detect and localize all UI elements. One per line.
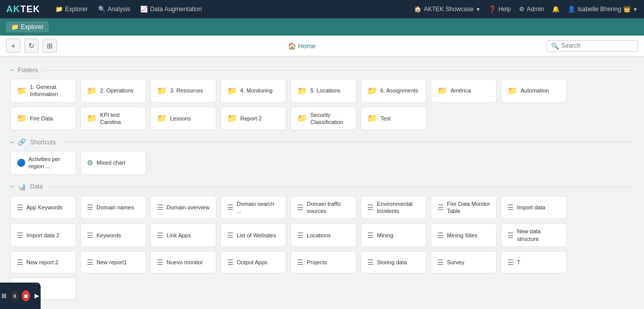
data-item-environmental-incidents[interactable]: ☰Environmental Incidents: [361, 196, 427, 220]
data-grid: ☰App Keywords☰Domain names☰Domain overvi…: [10, 196, 634, 300]
folder-item-lessons[interactable]: 📁Lessons: [150, 107, 216, 131]
media-next-btn[interactable]: ▶: [33, 290, 41, 301]
data-item-import-data-2[interactable]: ☰Import data 2: [10, 223, 76, 247]
data-item-fire-data-monitor-table[interactable]: ☰Fire Data Monitor Table: [431, 196, 497, 220]
data-icon: ☰: [437, 203, 444, 211]
data-icon: ☰: [367, 231, 374, 239]
folder-icon: 📁: [87, 86, 97, 96]
nav-user[interactable]: 👤 Isabelle Bhering 👑 ▼: [568, 6, 638, 13]
showcase-icon: 🏠: [414, 6, 422, 13]
folder-item-test[interactable]: 📁Test: [361, 107, 427, 131]
data-item-domain-names[interactable]: ☰Domain names: [80, 196, 146, 220]
search-input[interactable]: [561, 42, 633, 49]
data-icon: ☰: [507, 258, 514, 266]
data-item-keywords[interactable]: ☰Keywords: [80, 223, 146, 247]
data-label: Projects: [307, 259, 327, 266]
augmentation-icon: 📈: [140, 6, 148, 13]
data-label: T: [517, 259, 521, 266]
data-icon: ☰: [367, 203, 374, 211]
folder-item-6-assignments[interactable]: 📁6. Assignments: [361, 79, 427, 103]
folder-item-security-classification[interactable]: 📁Security Classification: [291, 107, 357, 131]
shortcut-item-mixed-chart[interactable]: ⚙Mixed chart: [80, 151, 146, 175]
data-item-locations[interactable]: ☰Locations: [291, 223, 357, 247]
nav-data-augmentation[interactable]: 📈 Data Augmentation: [140, 6, 202, 13]
folder-item-4-monitoring[interactable]: 📁4. Monitoring: [220, 79, 286, 103]
folder-icon: 📁: [367, 86, 377, 96]
data-item-new-data-structure[interactable]: ☰New data structure: [501, 223, 567, 247]
folder-label: Lessons: [170, 115, 191, 122]
shortcut-label: Mixed chart: [96, 159, 125, 166]
data-label: Nuevo monitor: [167, 259, 203, 266]
data-item-projects[interactable]: ☰Projects: [291, 251, 357, 273]
nav-admin[interactable]: ⚙ Admin: [519, 6, 544, 13]
media-grid-btn[interactable]: ⊞: [0, 290, 8, 301]
nav-help[interactable]: ❓ Help: [489, 6, 511, 13]
folder-item-1-general-information[interactable]: 📁1. General Information: [10, 79, 76, 103]
admin-icon: ⚙: [519, 6, 525, 13]
nav-analysis[interactable]: 🔍 Analysis: [98, 6, 131, 13]
explorer-tab[interactable]: 📁 Explorer: [6, 21, 49, 33]
data-label: Output Apps: [237, 259, 268, 266]
breadcrumb: 🏠 Home: [61, 42, 542, 50]
data-item-list-of-websites[interactable]: ☰List of Websites: [220, 223, 286, 247]
data-item-link-apps[interactable]: ☰Link Apps: [150, 223, 216, 247]
folder-item-kpi-test-carolina[interactable]: 📁KPI test Carolina: [80, 107, 146, 131]
data-label: Survey: [447, 259, 464, 266]
nav-right-group: 🏠 AKTEK Showcase ▼ ❓ Help ⚙ Admin 🔔 👤 Is…: [414, 6, 638, 13]
data-item-mining-sites[interactable]: ☰Mining Sites: [431, 223, 497, 247]
data-icon: ☰: [87, 258, 93, 266]
main-content: − Folders 📁1. General Information📁2. Ope…: [0, 56, 644, 309]
folders-toggle[interactable]: −: [10, 67, 14, 74]
data-icon: ☰: [437, 258, 444, 266]
data-label: Locations: [307, 232, 331, 239]
folder-label: Security Classification: [310, 111, 350, 126]
shortcut-icon: ⚙: [87, 159, 93, 167]
data-item-output-apps[interactable]: ☰Output Apps: [220, 251, 286, 273]
data-section-header: − 📊 Data: [10, 183, 634, 191]
data-item-survey[interactable]: ☰Survey: [431, 251, 497, 273]
data-item-nuevo-monitor[interactable]: ☰Nuevo monitor: [150, 251, 216, 273]
add-button[interactable]: +: [6, 39, 20, 53]
data-item-domain-traffic-sources[interactable]: ☰Domain traffic sources: [291, 196, 357, 220]
folder-item-fire-data[interactable]: 📁Fire Data: [10, 107, 76, 131]
data-item-import-data[interactable]: ☰Import data: [501, 196, 567, 220]
data-label: Mining Sites: [447, 232, 477, 239]
folder-item-america[interactable]: 📁América: [431, 79, 497, 103]
data-item-new-report-2[interactable]: ☰New report 2: [10, 251, 76, 273]
data-item-storing-data[interactable]: ☰Storing data: [361, 251, 427, 273]
folder-item-3-resources[interactable]: 📁3. Resources: [150, 79, 216, 103]
nav-notifications[interactable]: 🔔: [552, 6, 560, 13]
folder-item-automation[interactable]: 📁Automation: [501, 79, 567, 103]
shortcuts-toggle[interactable]: −: [10, 139, 14, 146]
data-item-domain-search[interactable]: ☰Domain search ...: [220, 196, 286, 220]
search-box[interactable]: 🔍: [546, 40, 638, 52]
folder-item-2-operations[interactable]: 📁2. Operations: [80, 79, 146, 103]
data-label: New report1: [96, 259, 127, 266]
data-label: List of Websites: [237, 232, 276, 239]
folder-label: KPI test Carolina: [100, 111, 140, 126]
data-divider: [47, 187, 634, 187]
folder-icon: 📁: [297, 86, 307, 96]
grid-button[interactable]: ⊞: [43, 39, 57, 53]
data-toggle[interactable]: −: [10, 183, 14, 190]
data-icon: ☰: [157, 231, 164, 239]
logo: AKTEK: [6, 4, 40, 15]
data-icon: ☰: [17, 203, 23, 211]
data-item-app-keywords[interactable]: ☰App Keywords: [10, 196, 76, 220]
refresh-button[interactable]: ↻: [24, 39, 39, 53]
data-item-domain-overview[interactable]: ☰Domain overview: [150, 196, 216, 220]
folder-item-report-2[interactable]: 📁Report 2: [220, 107, 286, 131]
media-stop-btn[interactable]: ⏹: [22, 290, 30, 301]
shortcuts-divider: [60, 142, 634, 142]
nav-explorer[interactable]: 📁 Explorer: [55, 6, 88, 13]
data-item-mining[interactable]: ☰Mining: [361, 223, 427, 247]
data-label: App Keywords: [26, 204, 62, 211]
shortcut-item-activities-per-region[interactable]: 🔵Activities per region ...: [10, 151, 76, 175]
folder-item-5-locations[interactable]: 📁5. Locations: [291, 79, 357, 103]
data-item-t[interactable]: ☰T: [501, 251, 567, 273]
folder-icon: 📁: [17, 113, 27, 123]
data-label: Domain names: [96, 204, 134, 211]
nav-showcase[interactable]: 🏠 AKTEK Showcase ▼: [414, 6, 480, 13]
data-item-new-report1[interactable]: ☰New report1: [80, 251, 146, 273]
media-pause-btn[interactable]: ⏸: [11, 290, 19, 301]
